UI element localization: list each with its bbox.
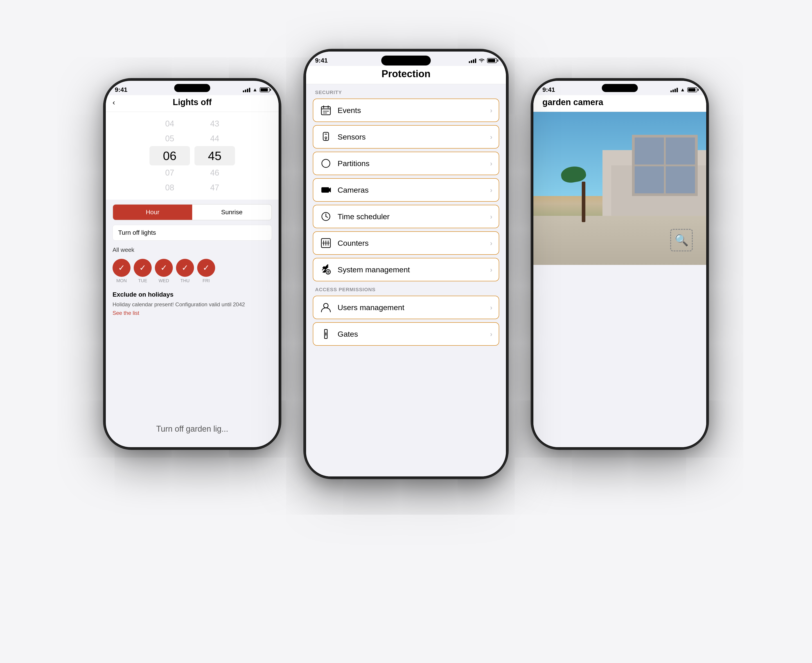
hour-column[interactable]: 04 05 06 07 08 bbox=[149, 116, 190, 195]
status-icons-right: ▲ bbox=[670, 87, 697, 93]
bottom-text: Turn off garden lig... bbox=[106, 424, 278, 434]
svg-point-9 bbox=[322, 159, 330, 167]
sensors-label: Sensors bbox=[338, 133, 485, 141]
signal-icon-right bbox=[670, 87, 678, 92]
exclude-title: Exclude on holidays bbox=[113, 291, 272, 298]
svg-rect-0 bbox=[321, 107, 330, 115]
svg-point-22 bbox=[324, 303, 328, 308]
menu-item-gates[interactable]: Gates › bbox=[313, 322, 499, 346]
signal-icon-left bbox=[243, 87, 250, 92]
all-week-label: All week bbox=[106, 243, 278, 255]
minute-column[interactable]: 43 44 45 46 47 bbox=[194, 116, 235, 195]
hour-04: 04 bbox=[149, 116, 190, 131]
menu-item-users[interactable]: Users management › bbox=[313, 296, 499, 319]
min-44: 44 bbox=[194, 131, 235, 146]
events-icon bbox=[320, 104, 332, 116]
menu-item-cameras[interactable]: Cameras › bbox=[313, 178, 499, 202]
screen-title: Protection bbox=[315, 68, 497, 79]
back-button[interactable]: ‹ bbox=[113, 98, 115, 107]
security-menu-list: Events › Sensors › bbox=[306, 99, 506, 281]
partitions-label: Partitions bbox=[338, 159, 485, 168]
exclude-section: Exclude on holidays Holiday calendar pre… bbox=[106, 286, 278, 321]
name-input[interactable]: Turn off lights bbox=[113, 225, 272, 241]
access-section-header: ACCESS PERMISSIONS bbox=[306, 281, 506, 296]
time-scheduler-chevron: › bbox=[490, 212, 492, 221]
gates-chevron: › bbox=[490, 330, 492, 338]
sensors-icon bbox=[320, 131, 332, 143]
days-row: ✓ MON ✓ TUE ✓ WED ✓ THU bbox=[106, 255, 278, 286]
menu-item-partitions[interactable]: Partitions › bbox=[313, 152, 499, 175]
hour-08: 08 bbox=[149, 180, 190, 195]
status-time-right: 9:41 bbox=[542, 86, 555, 94]
hour-05: 05 bbox=[149, 131, 190, 146]
hour-button[interactable]: Hour bbox=[113, 205, 192, 220]
svg-line-13 bbox=[326, 217, 328, 217]
day-fri[interactable]: ✓ FRI bbox=[197, 259, 215, 283]
time-colon bbox=[190, 152, 194, 157]
min-46: 46 bbox=[194, 165, 235, 180]
users-icon bbox=[320, 301, 332, 314]
cameras-label: Cameras bbox=[338, 186, 485, 194]
screen-title-bar: Protection bbox=[306, 66, 506, 84]
protection-screen: 9:41 bbox=[306, 52, 506, 476]
day-mon[interactable]: ✓ MON bbox=[113, 259, 131, 283]
menu-item-system-management[interactable]: System management › bbox=[313, 258, 499, 281]
menu-item-events[interactable]: Events › bbox=[313, 99, 499, 122]
min-47: 47 bbox=[194, 180, 235, 195]
sunrise-button[interactable]: Sunrise bbox=[192, 205, 272, 220]
menu-item-sensors[interactable]: Sensors › bbox=[313, 125, 499, 149]
day-tue[interactable]: ✓ TUE bbox=[134, 259, 152, 283]
security-section-header: SECURITY bbox=[306, 84, 506, 99]
phone-center: 9:41 bbox=[305, 50, 507, 478]
cameras-chevron: › bbox=[490, 186, 492, 194]
status-time-left: 9:41 bbox=[115, 86, 128, 94]
menu-item-counters[interactable]: Counters › bbox=[313, 231, 499, 255]
time-scheduler-icon bbox=[320, 210, 332, 223]
sensors-chevron: › bbox=[490, 133, 492, 141]
gates-label: Gates bbox=[338, 330, 485, 338]
notch-right bbox=[602, 84, 638, 92]
menu-item-time-scheduler[interactable]: Time scheduler › bbox=[313, 205, 499, 228]
dynamic-island bbox=[381, 56, 431, 65]
cameras-icon bbox=[320, 184, 332, 196]
search-overlay[interactable]: 🔍 bbox=[670, 229, 693, 251]
day-wed[interactable]: ✓ WED bbox=[155, 259, 173, 283]
min-45-selected: 45 bbox=[194, 146, 235, 165]
notch-left bbox=[174, 84, 210, 92]
system-management-chevron: › bbox=[490, 265, 492, 274]
lights-header: ‹ Lights off bbox=[106, 95, 278, 112]
lights-screen: 9:41 ▲ bbox=[106, 81, 278, 447]
users-chevron: › bbox=[490, 303, 492, 312]
hour-06-selected: 06 bbox=[149, 146, 190, 165]
lights-title: Lights off bbox=[173, 97, 212, 107]
day-thu[interactable]: ✓ THU bbox=[176, 259, 194, 283]
system-management-label: System management bbox=[338, 265, 485, 274]
camera-title: garden camera bbox=[542, 97, 697, 107]
phones-container: 9:41 ▲ bbox=[91, 39, 721, 624]
battery-icon-center bbox=[487, 58, 497, 63]
status-icons-left: ▲ bbox=[243, 87, 270, 93]
signal-icon-center bbox=[469, 58, 476, 63]
battery-icon-right bbox=[687, 87, 697, 92]
partitions-chevron: › bbox=[490, 159, 492, 168]
battery-icon-left bbox=[260, 87, 270, 92]
users-label: Users management bbox=[338, 303, 485, 312]
time-scheduler-label: Time scheduler bbox=[338, 212, 485, 221]
building-windows bbox=[632, 135, 698, 196]
svg-point-25 bbox=[325, 333, 327, 335]
time-mode-toggle[interactable]: Hour Sunrise bbox=[113, 204, 272, 220]
wifi-icon-center bbox=[479, 57, 485, 64]
camera-image: 🔍 bbox=[534, 112, 706, 265]
events-chevron: › bbox=[490, 106, 492, 115]
wifi-icon-left: ▲ bbox=[252, 87, 257, 93]
counters-label: Counters bbox=[338, 239, 485, 247]
access-menu-list: Users management › Gates › bbox=[306, 296, 506, 346]
counters-icon bbox=[320, 237, 332, 249]
events-label: Events bbox=[338, 106, 485, 115]
status-icons-center bbox=[469, 57, 497, 64]
see-list-link[interactable]: See the list bbox=[113, 310, 272, 316]
time-picker[interactable]: 04 05 06 07 08 43 44 45 46 47 bbox=[106, 112, 278, 200]
camera-header: garden camera bbox=[534, 95, 706, 112]
exclude-desc: Holiday calendar present! Configuration … bbox=[113, 301, 272, 309]
camera-screen: 9:41 ▲ bbox=[534, 81, 706, 447]
